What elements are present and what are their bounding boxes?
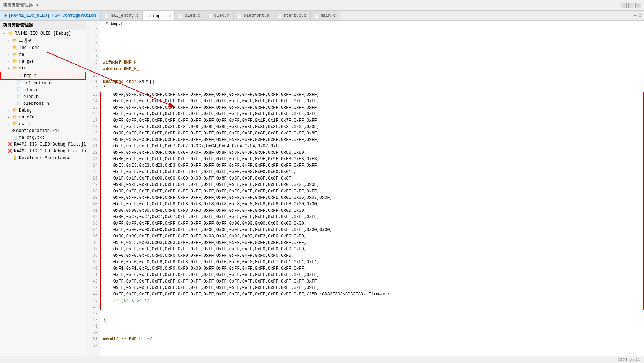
line-number: 23 bbox=[88, 156, 98, 162]
tree-item-debug[interactable]: ▸ 📂 Debug bbox=[0, 107, 86, 114]
tree-item-src[interactable]: ▾ 📂 src bbox=[0, 65, 86, 72]
code-line: 0x0F,0xFF,0xFF,0xFF,0xFF,0xFF,0xFF,0xFF,… bbox=[103, 188, 641, 195]
code-line: 0xFF,0xFF,0xFF,0xFF,0xFF,0xFF,0xFF,0xFF,… bbox=[103, 117, 641, 124]
tab-oledfont-h[interactable]: 📄 oledfont.h bbox=[234, 11, 273, 20]
folder-icon-includes: 📂 bbox=[12, 45, 18, 50]
close-tab-bmp-h[interactable]: ✕ bbox=[169, 14, 171, 18]
tab-startup-c[interactable]: 📄 startup.c bbox=[273, 11, 311, 20]
line-number: 17 bbox=[88, 117, 98, 124]
tree-item-oled-h-file[interactable]: 📄 oled.h bbox=[0, 93, 86, 100]
code-line: 0xFF,0xFF,0xFF,0xFF,0xF8,0xF8,0xF8,0xF8,… bbox=[103, 201, 641, 207]
fsp-tab[interactable]: ⚙ [RA4M2_IIC_OLED] FSP Configuration bbox=[0, 11, 101, 20]
close-btn[interactable]: ✕ bbox=[635, 3, 641, 8]
code-line: 0xFF,0xFF,0xFF,0xFF,0xFF,0xFF,0xFF,0xFF,… bbox=[103, 98, 641, 104]
arrow-ra: ▸ bbox=[7, 53, 12, 57]
tab-oled-h-label: oled.h bbox=[214, 13, 230, 18]
tree-item-oled-c-file[interactable]: 📄 oled.c bbox=[0, 87, 86, 93]
tree-item-config-xml[interactable]: ⚙ configuration.xml bbox=[0, 127, 86, 134]
tree-item-oledfont-h-file[interactable]: 📄 oledfont.h bbox=[0, 100, 86, 107]
tab-oled-c[interactable]: 📄 oled.c bbox=[175, 11, 204, 20]
line-number: 25 bbox=[88, 169, 98, 175]
file-icon-debug-jlink: ❌ bbox=[7, 142, 13, 147]
line-number: 11 bbox=[88, 79, 98, 85]
line-number: 4 bbox=[88, 34, 98, 40]
maximize-editor-btn[interactable]: □ bbox=[639, 14, 641, 18]
code-line: #define BMP_H_ bbox=[103, 66, 641, 72]
code-line: 0xE3,0xE3,0xE3,0xE3,0xE3,0xFF,0xFF,0xFF,… bbox=[103, 162, 641, 169]
file-icon-hal-entry-c: 📄 bbox=[16, 80, 22, 86]
file-icon-ra-cfg-txt: 📄 bbox=[12, 135, 18, 140]
code-line: 0xF0,0xF0,0xF0,0xF0,0xF0,0xF0,0xFF,0xFF,… bbox=[103, 252, 641, 259]
line-number: 42 bbox=[88, 278, 98, 285]
tab-hal-entry-label: hal_entry.c bbox=[111, 13, 139, 18]
line-number: 22 bbox=[88, 149, 98, 156]
file-icon: 📄 bbox=[104, 13, 109, 18]
code-line: 0xF0,0xF0,0xF0,0xF8,0xF8,0xF8,0xFF,0xFF,… bbox=[103, 259, 641, 265]
code-line: 0x0F,0xFF,0xFF,0xFF,0xFF,0xFF,0xFF,0xFF,… bbox=[103, 130, 641, 137]
code-line bbox=[103, 343, 641, 349]
tree-item-binary[interactable]: ▸ 📂 二进制 bbox=[0, 37, 86, 44]
tree-item-hal-entry-c[interactable]: 📄 hal_entry.c bbox=[0, 80, 86, 87]
code-line: 0x00,0xC7,0xC7,0xC7,0xC7,0xFF,0xFF,0xFF,… bbox=[103, 214, 641, 220]
label-debug: Debug bbox=[19, 108, 32, 113]
line-number: 33 bbox=[88, 220, 98, 227]
code-line: 0xFF,0xFF,0xFF,0xFF,0xFF,0xFF,0xFF,0xFF,… bbox=[103, 92, 641, 98]
code-line: 0xFF,0xFF,0xFF,0xFF,0xFF,0xFF,0xFF,0xFF,… bbox=[103, 169, 641, 175]
tab-bmp-h[interactable]: 📄 bmp.h ✕ bbox=[143, 11, 175, 20]
label-debug-jlink: RA4M2_IIC_OLED Debug_Flat.jlink bbox=[14, 142, 86, 147]
editor-area: 2345678910111213141516171819202122232425… bbox=[86, 21, 644, 356]
line-number: 52 bbox=[88, 343, 98, 349]
tree-item-ra-gen[interactable]: ▸ 📂 ra_gen bbox=[0, 58, 86, 65]
code-line bbox=[103, 323, 641, 330]
tab-main-c[interactable]: 📄 main.c bbox=[311, 11, 340, 20]
tree-item-debug-launch[interactable]: ❌ RA4M2_IIC_OLED Debug_Flat.launch bbox=[0, 148, 86, 154]
code-line: 0x1F,0x1F,0xFF,0x00,0x00,0x00,0x00,0xFF,… bbox=[103, 175, 641, 182]
code-line bbox=[103, 53, 641, 59]
code-line: 0xE0,0xE3,0x03,0x03,0x03,0xFF,0xFF,0xFF,… bbox=[103, 240, 641, 246]
code-content[interactable]: * bmp.h#ifndef BMP_H_#define BMP_H_unsig… bbox=[100, 21, 644, 356]
code-line: 0xFF,0xFF,0xFF,0xFF,0xFF,0xFF,0xFF,0xFF,… bbox=[103, 220, 641, 227]
tree-item-bmp-h[interactable]: 📄 bmp.h bbox=[0, 72, 86, 80]
line-number: 10 bbox=[88, 72, 98, 79]
folder-icon-src: 📂 bbox=[12, 65, 18, 71]
tab-oled-h[interactable]: 📄 oled.h bbox=[204, 11, 234, 20]
label-config-xml: configuration.xml bbox=[16, 128, 60, 133]
tree-item-root[interactable]: ▾ 📁 RA4M2_IIC_OLED [Debug] bbox=[0, 30, 86, 37]
code-line: 0xFF,0xFF,0xFF,0xFF,0xFF,0xFF,0xFF,0xFF,… bbox=[103, 104, 641, 111]
arrow-script: ▸ bbox=[7, 122, 12, 126]
tab-hal-entry[interactable]: 📄 hal_entry.c bbox=[101, 11, 143, 20]
minimize-editor-btn[interactable]: ─ bbox=[634, 14, 637, 18]
file-icon-oledfont: 📄 bbox=[237, 13, 242, 18]
minimize-btn[interactable]: ─ bbox=[621, 3, 627, 8]
tree-item-ra-cfg[interactable]: ▸ 📂 ra_cfg bbox=[0, 114, 86, 121]
line-number: 38 bbox=[88, 252, 98, 259]
file-icon-oled-h-file: 📄 bbox=[16, 94, 22, 99]
line-number: 28 bbox=[88, 188, 98, 195]
code-view[interactable]: 2345678910111213141516171819202122232425… bbox=[86, 21, 644, 356]
maximize-btn[interactable]: □ bbox=[628, 3, 634, 8]
code-line: 0xFF,0xFF,0xFF,0xFF,0xFF,0xFF,0xFF,0xFF,… bbox=[103, 246, 641, 252]
tab-main-c-label: main.c bbox=[321, 13, 336, 18]
code-line: /* (64 X 64 */ bbox=[103, 298, 641, 304]
tree-item-debug-jlink[interactable]: ❌ RA4M2_IIC_OLED Debug_Flat.jlink bbox=[0, 141, 86, 148]
code-line: #ifndef BMP_H_ bbox=[103, 59, 641, 66]
tree-item-script[interactable]: ▸ 📂 script bbox=[0, 121, 86, 127]
line-number: 20 bbox=[88, 137, 98, 143]
tree-item-includes[interactable]: ▸ 📂 Includes bbox=[0, 44, 86, 51]
code-line: 0xFF,0xFF,0xFF,0x0F,0x0F,0x0F,0x0F,0x8F,… bbox=[103, 149, 641, 156]
line-number: 43 bbox=[88, 285, 98, 291]
tab-oled-c-label: oled.c bbox=[185, 13, 200, 18]
tree-item-dev-assist[interactable]: ▸ 💡 Developer Assistance bbox=[0, 154, 86, 161]
folder-icon-root: 📁 bbox=[8, 31, 13, 36]
tree-item-ra-cfg-txt[interactable]: 📄 ra_cfg.txt bbox=[0, 134, 86, 141]
file-icon-config-xml: ⚙ bbox=[12, 128, 15, 133]
title-bar-controls: ─ □ ✕ bbox=[621, 3, 641, 8]
line-number: 26 bbox=[88, 175, 98, 182]
line-number: 41 bbox=[88, 272, 98, 278]
tree-item-ra[interactable]: ▸ 📂 ra bbox=[0, 51, 86, 58]
code-line: 0xF1,0xF1,0xF1,0xF0,0xF0,0xF0,0x00,0xFF,… bbox=[103, 265, 641, 272]
code-line: 0xFF,0xFF,0xFF,0xFF,0xFF,0xFF,0xFF,0xFF,… bbox=[103, 195, 641, 201]
file-icon-main: 📄 bbox=[314, 13, 319, 18]
code-line: 0xFF,0xFF,0xFF,0xFF,0xFF,0xFF,0xFF,0xFF,… bbox=[103, 111, 641, 117]
line-number: 29 bbox=[88, 195, 98, 201]
